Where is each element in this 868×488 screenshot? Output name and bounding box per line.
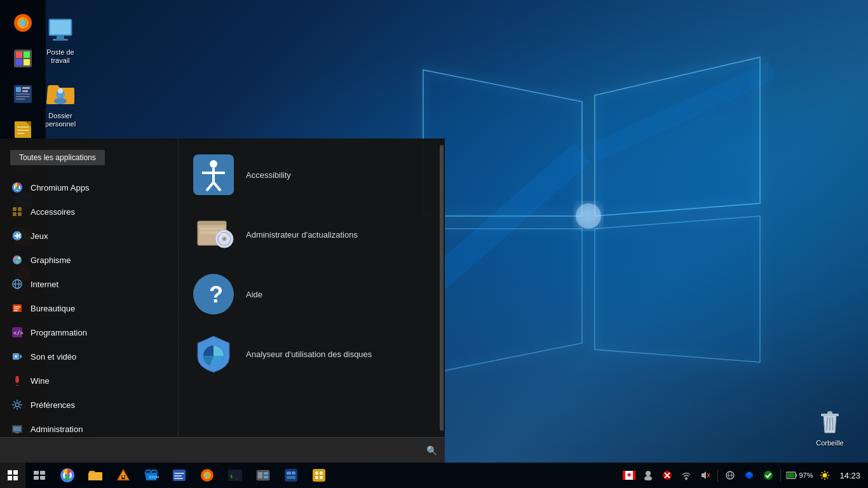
app-entry-accessibility[interactable]: Accessibility (179, 145, 445, 205)
svg-rect-59 (13, 207, 17, 211)
computer-icon (45, 15, 76, 46)
svg-rect-137 (292, 471, 295, 475)
tray-error-icon[interactable] (658, 463, 677, 488)
sidebar-icon-store[interactable] (6, 42, 39, 75)
sidebar-icon-manager[interactable] (6, 78, 39, 111)
svg-rect-109 (34, 471, 39, 475)
svg-rect-140 (315, 471, 318, 475)
svg-rect-12 (50, 20, 71, 34)
svg-point-147 (644, 476, 652, 480)
svg-rect-108 (13, 476, 18, 480)
category-label-preferences: Préférences (31, 400, 75, 410)
app-entry-label-analyseur: Analyseur d'utilisation des disques (246, 349, 372, 359)
taskbar-app-task-view[interactable] (25, 463, 53, 488)
svg-rect-87 (15, 432, 19, 433)
chromium-icon (60, 468, 75, 483)
accessibility-app-icon (191, 152, 236, 197)
sidebar-icon-firefox[interactable] (6, 6, 39, 39)
category-jeux[interactable]: Jeux (0, 224, 178, 248)
category-internet[interactable]: Internet (0, 272, 178, 296)
store-icon: STORE (144, 468, 159, 483)
svg-rect-112 (40, 476, 45, 480)
taskbar-app-file-manager[interactable] (81, 463, 109, 488)
category-graphisme[interactable]: Graphisme (0, 248, 178, 272)
svg-point-146 (646, 471, 651, 476)
taskbar-app-terminal[interactable]: $ _ (221, 463, 249, 488)
app-entry-label-admin-actu: Administrateur d'actualizations (246, 230, 358, 240)
tray-brightness-icon[interactable] (815, 463, 834, 488)
taskbar-app-store[interactable]: STORE (137, 463, 165, 488)
svg-rect-60 (18, 207, 22, 211)
tray-flag-icon[interactable] (620, 463, 639, 488)
svg-rect-34 (16, 93, 30, 95)
son-video-icon (10, 349, 24, 363)
taskbar-app-thunar[interactable] (249, 463, 277, 488)
svg-rect-134 (264, 476, 268, 478)
taskbar-app-virtualbox[interactable] (277, 463, 305, 488)
svg-point-89 (210, 160, 217, 168)
svg-line-19 (827, 417, 827, 430)
svg-point-16 (54, 98, 67, 104)
svg-rect-135 (285, 469, 297, 482)
taskbar-app-extra[interactable] (305, 463, 333, 488)
svg-rect-110 (40, 471, 45, 475)
app-entry-analyseur[interactable]: Analyseur d'utilisation des disques (179, 324, 445, 384)
check-icon (763, 470, 773, 480)
taskbar-app-vlc[interactable] (109, 463, 137, 488)
svg-marker-8 (423, 229, 582, 375)
taskbar-app-file-browser[interactable] (165, 463, 193, 488)
svg-rect-31 (16, 87, 21, 92)
svg-point-70 (18, 257, 20, 259)
taskbar-clock[interactable]: 14:23 (834, 463, 865, 488)
file-browser-icon (172, 468, 187, 483)
category-label-accessoires: Accessoires (31, 207, 75, 217)
vlc-icon (116, 468, 131, 483)
tray-check-icon[interactable] (759, 463, 778, 488)
windows-logo (391, 38, 804, 419)
desktop-icon-recycle-bin[interactable]: Corbeille (804, 403, 855, 450)
svg-rect-132 (258, 472, 262, 478)
tray-battery-icon[interactable]: 97% (783, 463, 815, 488)
svg-marker-6 (423, 70, 582, 216)
category-wine[interactable]: Wine (0, 369, 178, 393)
all-apps-button[interactable]: Toutes les applications (10, 150, 105, 165)
audio-mute-icon (700, 470, 710, 480)
taskbar-app-firefox[interactable] (193, 463, 221, 488)
start-search-input[interactable] (8, 443, 426, 458)
svg-rect-143 (320, 476, 323, 479)
tray-audio-mute-icon[interactable] (696, 463, 715, 488)
svg-line-170 (822, 478, 823, 479)
svg-rect-28 (16, 59, 22, 65)
category-preferences[interactable]: Préférences (0, 393, 178, 417)
tray-network-icon[interactable] (721, 463, 740, 488)
category-label-internet: Internet (31, 280, 58, 289)
canadian-flag-icon (623, 471, 635, 480)
svg-rect-78 (14, 310, 18, 311)
taskbar-app-chromium[interactable] (53, 463, 81, 488)
tray-user-icon[interactable] (639, 463, 658, 488)
svg-point-162 (823, 473, 827, 478)
app-entry-aide[interactable]: ? Aide (179, 264, 445, 324)
category-label-bureautique: Bureautique (31, 304, 75, 313)
category-administration[interactable]: Administration (0, 417, 178, 437)
internet-icon (10, 277, 24, 291)
category-label-wine: Wine (31, 376, 50, 386)
svg-marker-152 (702, 471, 706, 479)
wifi-icon (681, 470, 691, 480)
category-bureautique[interactable]: Bureautique (0, 296, 178, 320)
svg-point-101 (223, 238, 226, 240)
category-chromium-apps[interactable]: Chromium Apps (0, 175, 178, 200)
svg-rect-133 (264, 472, 268, 475)
app-entry-admin-actu[interactable]: Administrateur d'actualizations (179, 205, 445, 264)
svg-point-10 (576, 203, 601, 229)
tray-wifi-icon[interactable] (677, 463, 696, 488)
category-programmation[interactable]: </> Programmation (0, 320, 178, 344)
start-button[interactable] (0, 463, 25, 488)
svg-rect-86 (13, 426, 21, 431)
category-accessoires[interactable]: Accessoires (0, 200, 178, 224)
svg-point-120 (123, 476, 125, 478)
svg-rect-61 (13, 212, 17, 216)
svg-point-158 (764, 471, 773, 480)
category-son-video[interactable]: Son et vidéo (0, 344, 178, 369)
tray-dropbox-icon[interactable] (740, 463, 759, 488)
